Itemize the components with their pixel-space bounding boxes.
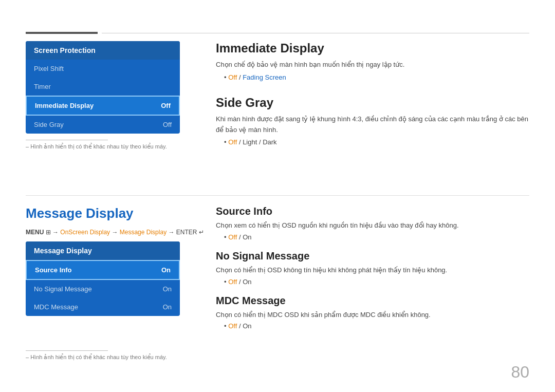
right-panel-bottom: Source Info Chọn xem có hiển thị OSD ngu…	[216, 206, 529, 339]
message-display-title: Message Display	[26, 206, 134, 221]
breadcrumb-arrow3: → ENTER ↵	[168, 229, 203, 236]
screen-protection-header: Screen Protection	[26, 41, 180, 60]
source-info-bullet: Off / On	[224, 233, 529, 241]
menu-item-mdc-message[interactable]: MDC Message On	[26, 298, 180, 316]
no-signal-label: No Signal Message	[34, 285, 92, 293]
msg-menu-box-inner: Message Display Source Info On No Signal…	[26, 241, 180, 316]
breadcrumb: MENU ⊞ → OnScreen Display → Message Disp…	[26, 229, 204, 236]
source-info-label: Source Info	[35, 266, 72, 274]
timer-label: Timer	[34, 83, 51, 90]
footnote-bottom: – Hình ảnh hiển thị có thể khác nhau tùy…	[26, 344, 167, 361]
divider-thick	[26, 32, 98, 34]
fading-screen-link: Fading Screen	[243, 73, 286, 81]
breadcrumb-message: Message Display	[120, 229, 166, 236]
no-signal-slash: / On	[239, 278, 252, 286]
immediate-display-label: Immediate Display	[35, 102, 94, 109]
immediate-display-value: Off	[161, 102, 171, 109]
immediate-off: Off	[228, 73, 237, 81]
pixel-shift-label: Pixel Shift	[34, 65, 64, 72]
mdc-desc: Chọn có hiển thị MDC OSD khi sản phẩm đư…	[216, 310, 529, 321]
message-display-menu-box: Message Display Source Info On No Signal…	[26, 241, 180, 316]
breadcrumb-menu-label: MENU	[26, 229, 46, 236]
breadcrumb-menu-icon: ⊞	[46, 229, 51, 236]
mdc-message-value: On	[163, 303, 172, 311]
no-signal-off: Off	[228, 278, 237, 286]
side-gray-slash1: / Light / Dark	[239, 138, 277, 146]
no-signal-title: No Signal Message	[216, 250, 529, 262]
menu-item-timer[interactable]: Timer	[26, 78, 180, 96]
side-gray-off: Off	[228, 138, 237, 146]
menu-item-pixel-shift[interactable]: Pixel Shift	[26, 60, 180, 78]
side-gray-label: Side Gray	[34, 121, 64, 128]
source-off: Off	[228, 233, 237, 241]
side-gray-title: Side Gray	[216, 96, 529, 110]
immediate-display-bullets: Off / Fading Screen	[216, 73, 529, 81]
footnote-bottom-text: – Hình ảnh hiển thị có thể khác nhau tùy…	[26, 354, 167, 361]
right-panel-top: Immediate Display Chọn chế độ bảo vệ màn…	[216, 41, 529, 160]
mdc-bullet: Off / On	[224, 322, 529, 330]
menu-item-side-gray[interactable]: Side Gray Off	[26, 116, 180, 134]
screen-protection-panel: Screen Protection Pixel Shift Timer Imme…	[26, 41, 180, 150]
footnote-line-top	[26, 140, 108, 140]
immediate-display-bullet-item: Off / Fading Screen	[224, 73, 529, 81]
msg-menu-header: Message Display	[26, 241, 180, 260]
side-gray-bullet-item: Off / Light / Dark	[224, 138, 529, 146]
top-dividers	[26, 32, 529, 34]
source-info-title: Source Info	[216, 206, 529, 217]
footnote-top: – Hình ảnh hiển thị có thể khác nhau tùy…	[26, 143, 180, 150]
side-gray-desc: Khi màn hình được đặt sang tỷ lệ khung h…	[216, 114, 529, 136]
mdc-message-label: MDC Message	[34, 303, 78, 311]
side-gray-bullets: Off / Light / Dark	[216, 138, 529, 146]
footnote-line-bottom	[26, 350, 108, 351]
page-number: 80	[511, 363, 529, 382]
menu-item-source-info[interactable]: Source Info On	[26, 260, 180, 280]
mdc-message-title: MDC Message	[216, 295, 529, 307]
breadcrumb-arrow2: →	[112, 229, 119, 236]
immediate-display-desc: Chọn chế độ bảo vệ màn hình bạn muốn hiể…	[216, 60, 529, 70]
divider-thin	[102, 33, 529, 33]
bottom-divider	[26, 195, 529, 196]
no-signal-desc: Chọn có hiển thị OSD không tín hiệu khi …	[216, 265, 529, 276]
immediate-display-title: Immediate Display	[216, 41, 529, 55]
menu-item-immediate-display[interactable]: Immediate Display Off	[26, 96, 180, 116]
source-slash: / On	[239, 233, 252, 241]
mdc-off: Off	[228, 322, 237, 330]
mdc-slash: / On	[239, 322, 252, 330]
source-info-bullets: Off / On	[216, 233, 529, 241]
mdc-bullets: Off / On	[216, 322, 529, 330]
no-signal-bullet: Off / On	[224, 278, 529, 286]
no-signal-bullets: Off / On	[216, 278, 529, 286]
source-info-value: On	[161, 266, 171, 274]
menu-item-no-signal[interactable]: No Signal Message On	[26, 280, 180, 298]
no-signal-value: On	[163, 285, 172, 293]
screen-protection-menu-box: Screen Protection Pixel Shift Timer Imme…	[26, 41, 180, 134]
side-gray-value: Off	[163, 121, 172, 128]
breadcrumb-arrow1: →	[52, 229, 60, 236]
source-info-desc: Chọn xem có hiển thị OSD nguồn khi nguồn…	[216, 220, 529, 231]
breadcrumb-onscreen: OnScreen Display	[60, 229, 110, 236]
